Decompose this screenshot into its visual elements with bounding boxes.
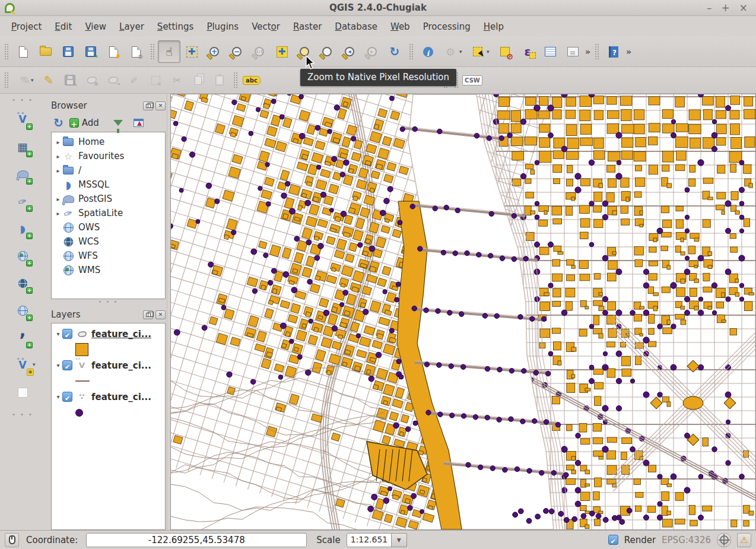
add-spatialite-layer-button[interactable] [11,190,34,212]
add-mssql-layer-button[interactable] [11,217,34,240]
add-wms-layer-button[interactable] [11,245,34,267]
labeling-button[interactable]: abc [241,70,262,90]
node-tool-button[interactable] [123,70,145,90]
delete-selected-button[interactable] [145,70,166,90]
maximize-button[interactable]: + [722,2,730,14]
browser-item-favourites[interactable]: ▸Favourites [52,149,165,163]
composer-manager-button[interactable]: ⚙ [125,40,147,63]
coordinate-input[interactable] [86,533,307,547]
toolbar-handle[interactable] [409,44,413,59]
run-feature-action-button[interactable] [439,40,462,63]
scale-dropdown-arrow-icon[interactable]: ▼ [392,533,407,547]
zoom-native-button[interactable] [248,40,271,63]
browser-item-wfs[interactable]: WFS [52,249,165,263]
browser-refresh-icon[interactable] [53,116,63,130]
polygon-symbol-swatch[interactable] [75,343,88,356]
new-shapefile-layer-button[interactable]: ▾ [11,354,34,376]
browser-item-mssql[interactable]: MSSQL [52,177,165,192]
toolbar-drag-handle[interactable]: • • • [12,412,33,418]
save-project-button[interactable] [57,40,80,63]
deselect-features-button[interactable] [494,40,516,63]
layer-item-line[interactable]: ▾ feature_ci... [52,357,165,373]
add-postgis-layer-button[interactable] [11,163,34,185]
expander-icon[interactable]: ▾ [54,362,62,369]
menu-processing[interactable]: Processing [418,18,476,35]
pan-to-selection-button[interactable] [180,40,203,63]
crs-status-button[interactable] [717,533,731,547]
browser-item-wms[interactable]: WMS [52,263,165,277]
browser-properties-icon[interactable] [134,119,144,127]
help-contents-button[interactable] [602,40,625,63]
messages-button[interactable] [737,533,751,547]
menu-settings[interactable]: Settings [152,18,199,35]
open-attribute-table-button[interactable] [539,40,561,63]
expander-icon[interactable]: ▾ [54,331,62,337]
select-by-expression-button[interactable] [516,40,539,63]
zoom-in-button[interactable] [203,40,225,63]
menu-help[interactable]: Help [478,18,509,35]
layers-float-button[interactable] [143,310,153,319]
layers-close-button[interactable] [155,310,166,319]
menu-web[interactable]: Web [385,18,415,35]
identify-features-button[interactable] [417,40,439,63]
pan-map-button[interactable] [158,40,180,63]
menu-plugins[interactable]: Plugins [201,18,244,35]
map-canvas[interactable] [170,94,756,530]
zoom-out-button[interactable] [225,40,248,63]
close-button[interactable]: × [739,2,748,14]
save-layer-edits-button[interactable]: ✎ [59,70,81,90]
add-delimited-text-layer-button[interactable] [11,326,34,349]
menu-view[interactable]: View [80,18,112,35]
toolbar-drag-handle[interactable]: • • • [12,97,33,103]
scale-combobox[interactable]: 1:12.651 ▼ [347,533,407,547]
layer-checkbox[interactable] [62,329,72,339]
move-feature-button[interactable]: ➜ [102,70,123,90]
browser-float-button[interactable] [143,101,153,110]
coordinate-tracking-button[interactable] [5,533,19,547]
point-symbol-swatch[interactable] [75,409,83,417]
paste-features-button[interactable] [209,70,230,90]
save-project-as-button[interactable]: ✎ [80,40,102,63]
add-wfs-layer-button[interactable] [11,299,34,322]
browser-item-home[interactable]: ▸Home [52,135,165,149]
toolbar-overflow-icon[interactable]: » [584,47,592,56]
current-edits-button[interactable] [12,70,33,90]
field-calculator-button[interactable] [561,40,584,63]
layer-checkbox[interactable] [62,360,72,370]
add-feature-button[interactable]: ✱ [81,70,102,90]
add-wcs-layer-button[interactable] [11,272,34,294]
layer-item-point[interactable]: ▾ feature_ci... [52,389,165,405]
expander-icon[interactable]: ▸ [54,210,62,217]
toolbar-handle[interactable] [5,44,8,59]
menu-vector[interactable]: Vector [246,18,285,35]
minimize-button[interactable]: – [707,2,712,14]
browser-item-spatialite[interactable]: ▸SpatiaLite [52,206,165,220]
toolbar-handle[interactable] [5,72,8,88]
new-layer-dropdown-arrow-icon[interactable]: ▾ [33,361,40,367]
toolbar-handle[interactable] [151,44,154,59]
zoom-last-button[interactable] [338,40,361,63]
panel-splitter[interactable]: • • • [51,299,166,306]
toggle-editing-button[interactable] [38,70,59,90]
refresh-map-button[interactable] [383,40,406,63]
zoom-full-button[interactable] [271,40,293,63]
open-project-button[interactable] [34,40,57,63]
browser-item-wcs[interactable]: WCS [52,234,165,249]
browser-item-postgis[interactable]: ▸PostGIS [52,192,165,206]
line-symbol-swatch[interactable] [75,380,90,382]
menu-layer[interactable]: Layer [114,18,150,35]
add-raster-layer-button[interactable] [11,135,34,158]
toolbar-handle[interactable] [234,72,237,88]
add-vector-layer-button[interactable] [11,108,34,131]
toolbar-handle[interactable] [595,44,599,59]
layer-checkbox[interactable] [62,392,72,402]
new-project-button[interactable] [12,40,34,63]
zoom-next-button[interactable] [361,40,383,63]
copy-features-button[interactable] [188,70,209,90]
render-checkbox[interactable] [608,535,618,545]
menu-raster[interactable]: Raster [288,18,327,35]
browser-close-button[interactable] [155,101,166,110]
metasearch-csw-button[interactable]: CSW [462,70,483,90]
browser-item-ows[interactable]: OWS [52,220,165,234]
layer-item-polygon[interactable]: ▾ feature_ci... [52,326,165,342]
